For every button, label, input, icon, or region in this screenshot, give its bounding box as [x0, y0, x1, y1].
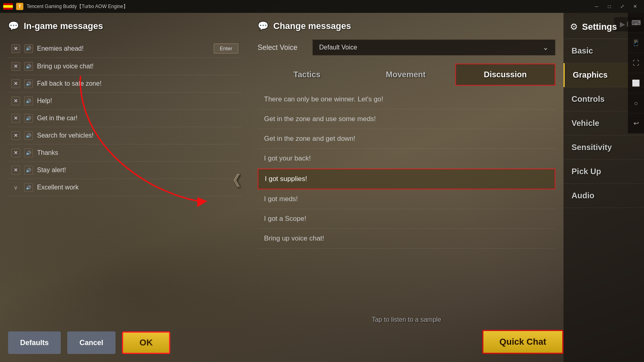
ok-button[interactable]: OK: [122, 331, 170, 354]
msg-close-7[interactable]: ✕: [11, 166, 20, 175]
change-header: 💬 Change messages: [258, 21, 555, 31]
msg-option-6[interactable]: I got a Scope!: [258, 209, 555, 229]
far-right-icons: ⌨ 📱 ⛶ ⬜ ○ ↩: [628, 13, 644, 134]
flag-icon: [3, 3, 13, 10]
msg-text-6: Thanks: [37, 149, 238, 156]
msg-sound-7[interactable]: 🔊: [24, 166, 33, 175]
messages-icon: 💬: [8, 21, 19, 31]
category-tabs: Tactics Movement Discussion: [258, 64, 555, 86]
minimize-button[interactable]: ─: [591, 2, 602, 11]
return-icon[interactable]: ↩: [628, 113, 644, 134]
fullscreen-icon[interactable]: ⛶: [628, 53, 644, 73]
msg-close-6[interactable]: ✕: [11, 148, 20, 157]
keyboard-icon[interactable]: ⌨: [628, 13, 644, 33]
message-item-2: ✕ 🔊 Fall back to safe zone!: [8, 75, 242, 93]
msg-sound-3[interactable]: 🔊: [24, 97, 33, 105]
nav-audio[interactable]: Audio: [564, 184, 644, 208]
left-panel-title: In-game messages: [24, 21, 103, 31]
cancel-button[interactable]: Cancel: [67, 331, 116, 354]
msg-close-5[interactable]: ✕: [11, 131, 20, 140]
sample-audio-text: Tap to listen to a sample: [258, 310, 555, 330]
msg-option-7[interactable]: Bring up voice chat!: [258, 229, 555, 249]
change-messages-title: Change messages: [273, 21, 351, 31]
msg-sound-0[interactable]: 🔊: [24, 44, 33, 53]
left-panel-header: 💬 In-game messages: [8, 21, 242, 31]
msg-text-4: Get in the car!: [37, 115, 238, 122]
message-item-6: ✕ 🔊 Thanks: [8, 144, 242, 162]
screenshot-icon[interactable]: ⬜: [628, 73, 644, 93]
msg-option-3[interactable]: I got your back!: [258, 149, 555, 169]
msg-text-7: Stay alert!: [37, 167, 238, 174]
msg-option-2[interactable]: Get in the zone and get down!: [258, 129, 555, 149]
maximize-button[interactable]: ⤢: [617, 2, 628, 11]
app-icon: T: [16, 3, 23, 10]
nav-sensitivity[interactable]: Sensitivity: [564, 136, 644, 160]
voice-select-label: Select Voice: [258, 43, 306, 52]
tab-tactics[interactable]: Tactics: [258, 64, 356, 86]
msg-sound-8[interactable]: 🔊: [24, 183, 33, 192]
titlebar: T Tencent Gaming Buddy【Turbo AOW Engine】…: [0, 0, 644, 13]
msg-text-2: Fall back to safe zone!: [37, 80, 238, 87]
titlebar-controls: ─ □ ⤢ ✕: [591, 2, 641, 11]
msg-sound-4[interactable]: 🔊: [24, 114, 33, 123]
msg-sound-2[interactable]: 🔊: [24, 79, 33, 88]
message-item-7: ✕ 🔊 Stay alert!: [8, 162, 242, 179]
message-item-4: ✕ 🔊 Get in the car!: [8, 110, 242, 127]
msg-text-1: Bring up voice chat!: [37, 63, 238, 70]
msg-option-0[interactable]: There can only be one winner. Let's go!: [258, 90, 555, 109]
main-content: 💬 In-game messages ✕ 🔊 Enemies ahead! En…: [0, 13, 644, 362]
msg-sound-5[interactable]: 🔊: [24, 131, 33, 140]
titlebar-title: Tencent Gaming Buddy【Turbo AOW Engine】: [27, 3, 128, 10]
voice-select-dropdown[interactable]: Default Voice ⌄: [312, 39, 555, 56]
tab-movement[interactable]: Movement: [356, 64, 455, 86]
msg-text-8: Excellent work: [37, 184, 238, 191]
msg-close-4[interactable]: ✕: [11, 114, 20, 123]
msg-text-3: Help!: [37, 97, 238, 105]
msg-close-0[interactable]: ✕: [11, 44, 20, 53]
msg-option-5[interactable]: I got meds!: [258, 189, 555, 209]
quick-chat-button[interactable]: Quick Chat: [482, 330, 564, 354]
close-button[interactable]: ✕: [630, 2, 641, 11]
msg-close-3[interactable]: ✕: [11, 97, 20, 105]
settings-title: Settings: [582, 22, 617, 32]
msg-expand-8[interactable]: ∨: [11, 183, 20, 192]
voice-select-row: Select Voice Default Voice ⌄: [258, 39, 555, 56]
message-item-1: ✕ 🔊 Bring up voice chat!: [8, 58, 242, 75]
nav-arrows-icon: 《: [225, 171, 240, 191]
message-item-8: ∨ 🔊 Excellent work: [8, 179, 242, 196]
bottom-action-buttons: Defaults Cancel OK: [8, 331, 170, 354]
message-item-3: ✕ 🔊 Help!: [8, 93, 242, 110]
phone-icon[interactable]: 📱: [628, 33, 644, 53]
message-options-list: There can only be one winner. Let's go! …: [258, 90, 555, 310]
msg-sound-1[interactable]: 🔊: [24, 62, 33, 71]
titlebar-left: T Tencent Gaming Buddy【Turbo AOW Engine】: [3, 3, 128, 10]
msg-sound-6[interactable]: 🔊: [24, 148, 33, 157]
msg-text-5: Search for vehicles!: [37, 132, 238, 139]
tab-discussion[interactable]: Discussion: [455, 64, 555, 86]
change-messages-icon: 💬: [258, 21, 268, 31]
voice-select-value: Default Voice: [319, 44, 357, 51]
msg-option-1[interactable]: Get in the zone and use some meds!: [258, 109, 555, 129]
restore-button[interactable]: □: [604, 2, 615, 11]
dropdown-arrow-icon: ⌄: [543, 43, 549, 52]
circle-icon[interactable]: ○: [628, 93, 644, 113]
msg-text-0: Enemies ahead!: [37, 45, 210, 52]
center-panel: 💬 Change messages Select Voice Default V…: [250, 13, 564, 362]
nav-pickup[interactable]: Pick Up: [564, 160, 644, 184]
left-panel: 💬 In-game messages ✕ 🔊 Enemies ahead! En…: [0, 13, 250, 362]
msg-close-1[interactable]: ✕: [11, 62, 20, 71]
settings-gear-icon: ⚙: [570, 22, 578, 32]
defaults-button[interactable]: Defaults: [8, 331, 61, 354]
msg-option-4[interactable]: I got supplies!: [258, 169, 555, 189]
message-item-5: ✕ 🔊 Search for vehicles!: [8, 127, 242, 144]
msg-close-2[interactable]: ✕: [11, 79, 20, 88]
msg-enter-0[interactable]: Enter: [214, 43, 238, 53]
message-item-0: ✕ 🔊 Enemies ahead! Enter: [8, 39, 242, 58]
